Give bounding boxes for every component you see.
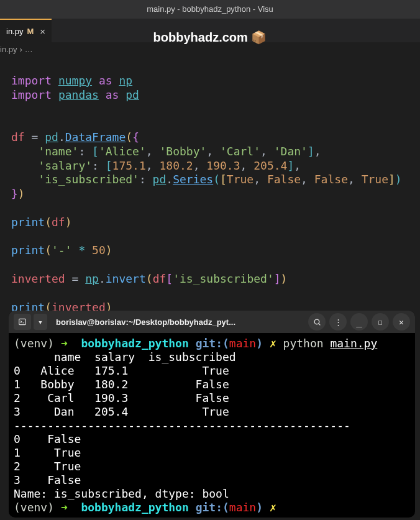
comma: , — [348, 173, 355, 186]
svg-rect-0 — [19, 319, 26, 324]
string: 'is_subscribed' — [38, 173, 139, 186]
paren: ( — [213, 173, 220, 186]
number: 175.1 — [112, 159, 146, 172]
search-button[interactable] — [308, 313, 326, 331]
bracket: ] — [274, 272, 281, 285]
chevron-down-icon: ▾ — [38, 317, 43, 327]
output-row: 3 Dan 205.4 True — [14, 405, 229, 418]
paren: ( — [146, 272, 153, 285]
comma: , — [240, 159, 247, 172]
breadcrumb-file: in.py — [0, 45, 17, 54]
colon: : — [78, 145, 85, 158]
module: numpy — [58, 74, 92, 87]
editor-tab-main[interactable]: in.py M × — [0, 19, 52, 42]
minimize-icon: _ — [356, 319, 362, 324]
output-inv-row: 3 False — [14, 473, 81, 486]
output-header: name salary is_subscribed — [14, 350, 236, 363]
string: 'Bobby' — [159, 145, 206, 158]
prompt-git: git:( — [196, 501, 229, 514]
variable: inverted — [11, 272, 65, 285]
bracket: [ — [106, 159, 112, 172]
paren: ) — [65, 216, 72, 229]
maximize-button[interactable]: □ — [372, 313, 389, 331]
punct: . — [166, 173, 173, 186]
bracket: [ — [220, 173, 227, 186]
terminal-title: borislav@borislav:~/Desktop/bobbyhadz_py… — [52, 317, 303, 327]
breadcrumb[interactable]: in.py›… — [0, 42, 420, 57]
comma: , — [301, 173, 308, 186]
number: 50 — [92, 244, 106, 257]
close-icon: ✕ — [399, 317, 404, 327]
number: 180.2 — [159, 159, 193, 172]
bracket: ] — [388, 173, 395, 186]
comma: , — [146, 159, 153, 172]
prompt-dirty: ✗ — [270, 337, 276, 350]
keyword: import — [11, 88, 52, 101]
number: 190.3 — [206, 159, 240, 172]
menu-button[interactable]: ⋮ — [329, 313, 347, 331]
chevron-right-icon: › — [19, 45, 22, 54]
paren: ( — [126, 130, 132, 144]
output-row: 1 Bobby 180.2 False — [14, 378, 229, 391]
terminal-right-buttons: ⋮ _ □ ✕ — [308, 313, 410, 331]
breadcrumb-more: … — [25, 45, 33, 54]
paren: ( — [45, 216, 52, 229]
comma: , — [314, 145, 321, 158]
new-tab-button[interactable] — [14, 314, 31, 330]
terminal-body[interactable]: (venv) ➜ bobbyhadz_python git:(main) ✗ p… — [9, 333, 415, 518]
window-title: main.py - bobbyhadz_python - Visu — [147, 4, 273, 14]
colon: : — [92, 159, 99, 172]
window-title-bar: main.py - bobbyhadz_python - Visu — [0, 0, 420, 19]
bool: False — [314, 173, 348, 186]
func-call: print — [11, 244, 45, 257]
terminal-icon — [18, 317, 27, 326]
number: 205.4 — [253, 159, 287, 172]
paren: ) — [395, 173, 402, 186]
prompt-arrow: ➜ — [61, 501, 68, 514]
module: pandas — [58, 88, 99, 101]
module-ref: pd — [153, 173, 167, 186]
bracket: [ — [92, 145, 99, 158]
prompt-git-close: ) — [256, 501, 263, 514]
prompt-git-close: ) — [256, 337, 263, 350]
output-inv-row: 0 False — [14, 432, 81, 445]
tab-bar: in.py M × — [0, 19, 420, 42]
code-editor[interactable]: import numpy as np import pandas as pd d… — [0, 57, 420, 314]
tab-modified-marker: M — [27, 27, 34, 36]
minimize-button[interactable]: _ — [350, 313, 368, 331]
tab-dropdown-button[interactable]: ▾ — [34, 314, 47, 330]
prompt-git: git:( — [196, 337, 229, 350]
prompt-branch: main — [229, 337, 256, 350]
string: 'Carl' — [220, 145, 260, 158]
bracket: ] — [308, 145, 314, 158]
keyword: as — [99, 74, 112, 87]
terminal-titlebar[interactable]: ▾ borislav@borislav:~/Desktop/bobbyhadz_… — [9, 311, 415, 333]
paren: ) — [18, 187, 25, 200]
keyword: as — [106, 88, 119, 101]
paren: ( — [45, 244, 52, 257]
bool: True — [227, 173, 253, 186]
comma: , — [260, 145, 267, 158]
module-ref: np — [85, 272, 99, 285]
close-icon[interactable]: × — [40, 26, 45, 37]
class-call: DataFrame — [65, 130, 126, 144]
maximize-icon: □ — [378, 319, 382, 326]
operator: = — [32, 130, 39, 144]
comma: , — [193, 159, 200, 172]
output-inv-row: 1 True — [14, 446, 81, 459]
prompt-branch: main — [229, 501, 256, 514]
prompt-arrow: ➜ — [61, 337, 68, 350]
brace: { — [132, 130, 139, 144]
string: 'Dan' — [274, 145, 308, 158]
bool: True — [362, 173, 388, 186]
bracket: [ — [166, 272, 173, 285]
output-dtype: Name: is_subscribed, dtype: bool — [14, 487, 229, 500]
prompt-dirty: ✗ — [270, 501, 276, 514]
comma: , — [206, 145, 213, 158]
close-button[interactable]: ✕ — [393, 313, 410, 331]
punct: . — [58, 130, 65, 144]
bracket: ] — [287, 159, 294, 172]
operator: = — [72, 272, 79, 285]
output-inv-row: 2 True — [14, 460, 81, 473]
string: 'Alice' — [99, 145, 146, 158]
